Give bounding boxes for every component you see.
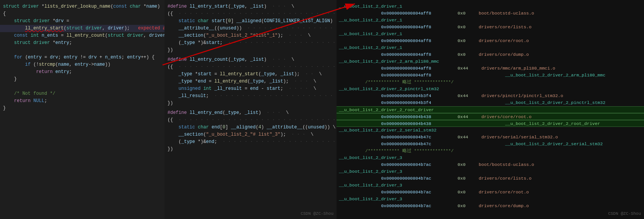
- code-line: __section("_u_boot_list_2_"#list"_1"); ·…: [164, 32, 337, 39]
- code-line: unsigned int _ll_result = end - start; ·…: [164, 85, 337, 92]
- map-line: __u_boot_list_2_driver_3: [337, 154, 644, 161]
- map-line: __u_boot_list_2_driver_2_serial_stm32: [337, 127, 644, 134]
- map-line: 0x0000000000804aff8 0x44 drivers/mmc/arm…: [337, 65, 644, 72]
- macro-header: #define ll_entry_start(_type, _list) · ·…: [164, 3, 337, 10]
- macro-header: #define ll_entry_count(_type, _list) · ·…: [164, 56, 337, 63]
- map-line-root-driver: __u_boot_list_2_driver_2_root_driver: [337, 106, 644, 113]
- right-panel: __u_boot_list_2_driver_1 0x0000000000804…: [337, 0, 644, 219]
- map-line: __u_boot_list_2_driver_3: [337, 196, 644, 203]
- code-line: __section("_u_boot_list_2_"# list"_3"); …: [164, 131, 337, 138]
- code-line: struct driver *drv =: [0, 18, 164, 25]
- code-line: [0, 47, 164, 54]
- right-watermark: CSDN @ZC-Shou: [608, 211, 641, 216]
- code-line: /* Not found */: [0, 90, 164, 97]
- code-line: if (!strcmp(name, entry->name)): [0, 61, 164, 68]
- code-line: return entry;: [0, 68, 164, 76]
- code-line: }: [0, 105, 164, 112]
- middle-panel: #define ll_entry_start(_type, _list) · ·…: [164, 0, 337, 219]
- main-container: struct driver *lists_driver_lookup_name(…: [0, 0, 644, 219]
- map-line: __u_boot_list_2_driver_3: [337, 168, 644, 175]
- map-line: 0x0000000000804b3f4 0x44 drivers/pinctrl…: [337, 92, 644, 99]
- code-line: ({ · · · · · · · · · · · · · · · · · · ·…: [164, 117, 337, 124]
- code-line: _ll_result; · · · · · · · · · · · · · · …: [164, 92, 337, 100]
- map-line: __u_boot_list_2_driver_2_pinctrl_stm32: [337, 86, 644, 92]
- map-line: __u_boot_list_2_driver_1: [337, 44, 644, 51]
- code-line: }): [164, 100, 337, 107]
- map-line: __u_boot_list_2_driver_3: [337, 182, 644, 189]
- code-line: [0, 83, 164, 90]
- code-line: for (entry = drv; entry != drv + n_ents;…: [0, 54, 164, 61]
- left-panel: struct driver *lists_driver_lookup_name(…: [0, 0, 164, 219]
- code-line: static char end[0] __aligned(4) __attrib…: [164, 124, 337, 131]
- code-line-error: ll_entry_start(struct driver, driver); e…: [0, 25, 164, 32]
- code-line: struct driver *lists_driver_lookup_name(…: [0, 3, 164, 10]
- map-line: 0x0000000000804b47c 0x44 drivers/serial/…: [337, 134, 644, 141]
- code-line: ({ · · · · · · · · · · · · · · · · · · ·…: [164, 10, 337, 18]
- map-line: __u_boot_list_2_driver_2_arm_pl180_mmc: [337, 58, 644, 65]
- code-line: const int n_ents = ll_entry_count(struct…: [0, 32, 164, 39]
- map-line-root-driver-addr1: 0x0000000000804b438 0x44 drivers/core/ro…: [337, 113, 644, 120]
- map-line: __u_boot_list_2_driver_1: [337, 3, 644, 10]
- map-line: 0x0000000000804b7ac 0x0 drivers/core/roo…: [337, 189, 644, 196]
- map-line: __u_boot_list_2_driver_1: [337, 17, 644, 24]
- code-line: __attribute__((unused)) · · · · · · · · …: [164, 25, 337, 32]
- map-line: 0x0000000000804aff8 0x0 drivers/core/dum…: [337, 51, 644, 58]
- code-line: ({ · · · · · · · · · · · · · · · · · · ·…: [164, 63, 337, 71]
- map-line: 0x0000000000804b47c __u_boot_list_2_driv…: [337, 141, 644, 148]
- map-line: /************ 略过 **************/: [337, 148, 644, 154]
- code-line: static char start[0] __aligned(CONFIG_LI…: [164, 18, 337, 25]
- code-line: (_type *)&start; · · · · · · · · · · · ·…: [164, 39, 337, 47]
- map-line: 0x0000000000804b7ac 0x0 boot/bootstd-ucl…: [337, 161, 644, 168]
- map-line: 0x0000000000804b7ac 0x0 drivers/core/dum…: [337, 203, 644, 209]
- map-line: /************ 略过 **************/: [337, 79, 644, 86]
- code-line: }): [164, 146, 337, 153]
- code-line: (_type *)&end; · · · · · · · · · · · · ·…: [164, 138, 337, 146]
- code-line: }: [0, 76, 164, 83]
- code-line: {: [0, 10, 164, 18]
- map-line: 0x0000000000804aff8 0x0 boot/bootstd-ucl…: [337, 10, 644, 17]
- map-line-root-driver-addr2: 0x0000000000804b438 __u_boot_list_2_driv…: [337, 120, 644, 127]
- map-line: 0x0000000000804b7ac 0x0 drivers/core/lis…: [337, 175, 644, 182]
- map-line: 0x0000000000804aff8 0x0 drivers/core/roo…: [337, 37, 644, 44]
- map-line: 0x0000000000804b3f4 __u_boot_list_2_driv…: [337, 99, 644, 106]
- watermark: CSDN @ZC-Shou: [301, 211, 333, 216]
- code-line: return NULL;: [0, 97, 164, 105]
- map-line: 0x0000000000804aff8 __u_boot_list_2_driv…: [337, 72, 644, 79]
- code-line: _type *end = ll_entry_end(_type, _list);…: [164, 78, 337, 85]
- code-line: _type *start = ll_entry_start(_type, _li…: [164, 71, 337, 78]
- map-line: 0x0000000000804aff8 0x0 drivers/core/lis…: [337, 24, 644, 31]
- code-line: }): [164, 47, 337, 54]
- code-line: struct driver *entry;: [0, 39, 164, 47]
- map-line: __u_boot_list_2_driver_1: [337, 31, 644, 37]
- macro-header: #define ll_entry_end(_type, _list) · · ·…: [164, 109, 337, 117]
